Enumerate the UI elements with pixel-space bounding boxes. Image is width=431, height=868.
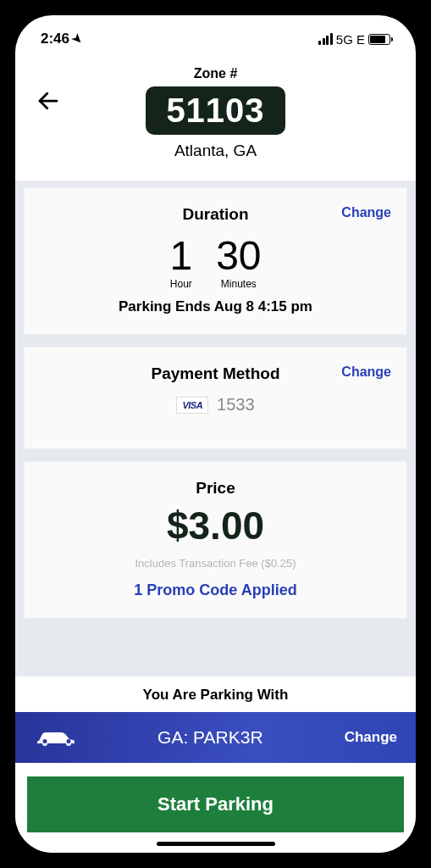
fee-note: Includes Transaction Fee ($0.25) bbox=[40, 557, 391, 570]
payment-change-link[interactable]: Change bbox=[341, 364, 391, 380]
start-parking-button[interactable]: Start Parking bbox=[27, 776, 404, 832]
duration-min-unit: Minutes bbox=[216, 278, 261, 290]
duration-title: Duration bbox=[182, 205, 248, 224]
price-title: Price bbox=[196, 479, 235, 498]
vehicle-section-label: You Are Parking With bbox=[15, 687, 416, 712]
page-header: Zone # 51103 Atlanta, GA bbox=[15, 56, 416, 181]
status-bar: 2:46 ➤ 5G E bbox=[15, 15, 416, 56]
duration-card: Duration Change 1 Hour 30 Minutes Parkin… bbox=[24, 187, 407, 335]
duration-hour-value: 1 bbox=[169, 236, 192, 276]
network-label: 5G E bbox=[336, 32, 365, 47]
vehicle-change-link[interactable]: Change bbox=[345, 729, 397, 746]
price-amount: $3.00 bbox=[40, 503, 391, 548]
car-icon bbox=[34, 727, 76, 748]
zone-number-badge: 51103 bbox=[146, 86, 285, 135]
content-area: Duration Change 1 Hour 30 Minutes Parkin… bbox=[15, 181, 416, 676]
footer: You Are Parking With GA: PARK3R Change S… bbox=[15, 676, 416, 853]
duration-hour-unit: Hour bbox=[169, 278, 192, 290]
price-card: Price $3.00 Includes Transaction Fee ($0… bbox=[24, 461, 407, 619]
promo-applied-link[interactable]: 1 Promo Code Applied bbox=[40, 581, 391, 599]
payment-card: Payment Method Change VISA 1533 bbox=[24, 347, 407, 449]
duration-change-link[interactable]: Change bbox=[341, 205, 391, 220]
vehicle-plate: GA: PARK3R bbox=[76, 727, 345, 748]
home-indicator[interactable] bbox=[157, 842, 275, 846]
card-brand-icon: VISA bbox=[176, 397, 208, 414]
status-time: 2:46 bbox=[41, 31, 69, 47]
duration-min-value: 30 bbox=[216, 236, 261, 276]
payment-title: Payment Method bbox=[151, 364, 279, 383]
zone-location: Atlanta, GA bbox=[41, 142, 390, 160]
zone-label: Zone # bbox=[41, 66, 390, 81]
location-arrow-icon: ➤ bbox=[69, 31, 86, 47]
vehicle-bar: GA: PARK3R Change bbox=[15, 712, 416, 763]
card-last4: 1533 bbox=[217, 395, 255, 415]
battery-icon bbox=[368, 34, 390, 45]
parking-ends-text: Parking Ends Aug 8 4:15 pm bbox=[40, 298, 391, 315]
signal-bars-icon bbox=[318, 33, 333, 45]
back-button[interactable] bbox=[36, 88, 61, 120]
